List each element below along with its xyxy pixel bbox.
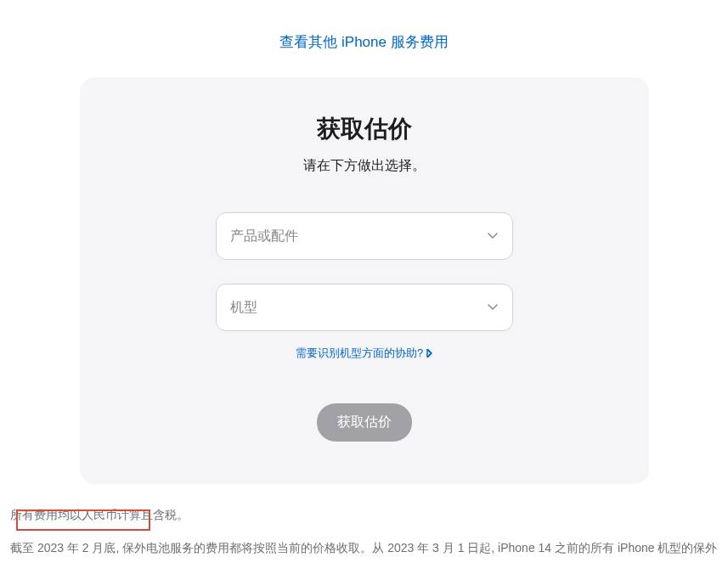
get-estimate-button[interactable]: 获取估价 [317,403,412,442]
model-select-placeholder: 机型 [230,299,257,317]
card-subtitle: 请在下方做出选择。 [114,157,615,175]
view-other-services-link[interactable]: 查看其他 iPhone 服务费用 [279,34,448,50]
identify-model-help-link[interactable]: 需要识别机型方面的协助? [296,346,432,361]
help-link-text: 需要识别机型方面的协助? [296,346,423,361]
product-select[interactable]: 产品或配件 [216,212,513,260]
product-select-placeholder: 产品或配件 [230,228,298,245]
card-title: 获取估价 [114,113,615,145]
chevron-down-icon [487,230,499,242]
footer-note-1: 所有费用均以人民币计算且含税。 [10,504,720,526]
estimate-card: 获取估价 请在下方做出选择。 产品或配件 机型 需要识别机型方面的协助? 获取估… [80,77,649,484]
footer-notes: 所有费用均以人民币计算且含税。 截至 2023 年 2 月底, 保外电池服务的费… [10,504,720,563]
chevron-down-icon [487,301,499,313]
footer-note-2: 截至 2023 年 2 月底, 保外电池服务的费用都将按照当前的价格收取。从 2… [10,538,720,563]
chevron-right-icon [426,349,432,358]
model-select[interactable]: 机型 [216,284,513,331]
